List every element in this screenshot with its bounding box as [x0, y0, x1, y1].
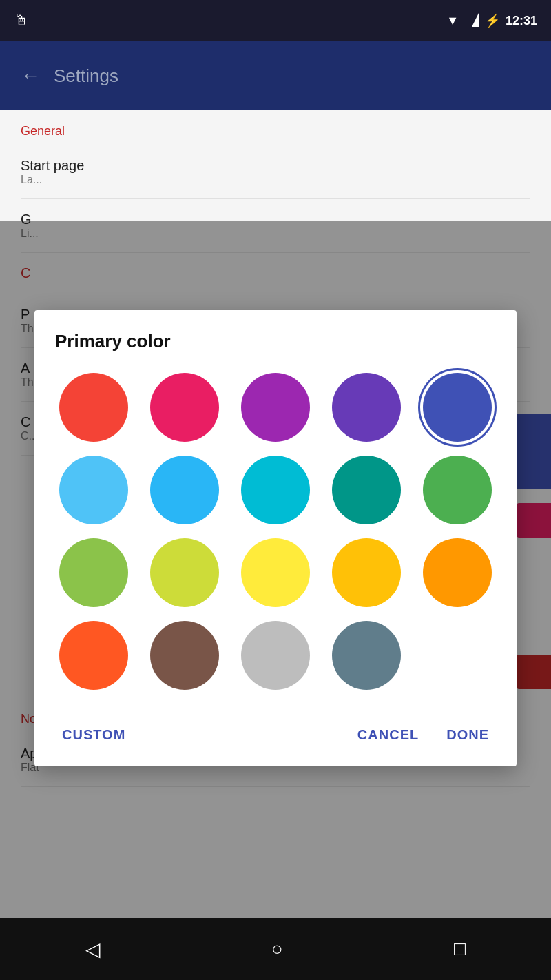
color-teal[interactable]	[332, 456, 401, 524]
signal-icon	[464, 12, 479, 30]
wifi-icon: ▼	[446, 14, 459, 28]
status-bar-right: ▼ ⚡ 12:31	[446, 12, 537, 30]
page-title: Settings	[54, 65, 118, 87]
dialog-actions: CUSTOM CANCEL DONE	[55, 711, 496, 753]
svg-marker-0	[472, 12, 479, 27]
color-light-green[interactable]	[59, 538, 128, 607]
nav-back-button[interactable]: ◁	[85, 938, 101, 961]
color-deep-purple[interactable]	[332, 373, 401, 442]
color-blue-grey[interactable]	[332, 621, 401, 690]
start-page-title: Start page	[21, 158, 530, 174]
back-button[interactable]: ←	[21, 65, 40, 87]
primary-color-dialog: Primary color	[34, 310, 517, 766]
status-bar-left: 🖱	[14, 12, 29, 30]
battery-icon: ⚡	[485, 13, 500, 28]
custom-button[interactable]: CUSTOM	[55, 717, 132, 753]
color-red[interactable]	[59, 373, 128, 442]
color-brown[interactable]	[150, 621, 219, 690]
color-pink[interactable]	[150, 373, 219, 442]
color-orange[interactable]	[423, 538, 492, 607]
color-purple[interactable]	[241, 373, 310, 442]
color-deep-orange[interactable]	[59, 621, 128, 690]
color-cyan[interactable]	[241, 456, 310, 524]
general-label: General	[21, 124, 530, 139]
start-page-item[interactable]: Start page La...	[21, 145, 530, 199]
color-cyan-light[interactable]	[150, 456, 219, 524]
app-bar: ← Settings	[0, 41, 551, 110]
start-page-value: La...	[21, 174, 530, 186]
color-grid	[55, 373, 496, 690]
color-green[interactable]	[423, 456, 492, 524]
dialog-title: Primary color	[55, 331, 496, 352]
color-yellow[interactable]	[241, 538, 310, 607]
status-bar: 🖱 ▼ ⚡ 12:31	[0, 0, 551, 41]
done-button[interactable]: DONE	[439, 717, 496, 753]
settings-background: General Start page La... G Li... C P Th.…	[0, 110, 551, 918]
color-grey[interactable]	[241, 621, 310, 690]
dialog-actions-right: CANCEL DONE	[351, 717, 496, 753]
nav-home-button[interactable]: ○	[271, 938, 283, 960]
color-indigo[interactable]	[423, 373, 492, 442]
color-lime[interactable]	[150, 538, 219, 607]
nav-recent-button[interactable]: □	[454, 938, 466, 960]
color-light-blue[interactable]	[59, 456, 128, 524]
clock: 12:31	[506, 14, 537, 28]
bottom-navigation: ◁ ○ □	[0, 918, 551, 980]
cancel-button[interactable]: CANCEL	[351, 717, 426, 753]
cursor-icon: 🖱	[14, 12, 29, 30]
color-amber[interactable]	[332, 538, 401, 607]
